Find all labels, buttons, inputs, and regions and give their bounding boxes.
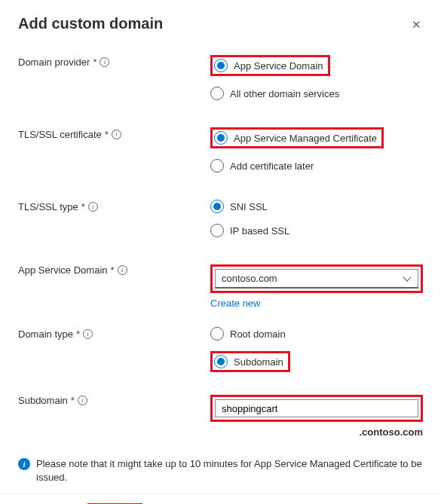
info-icon[interactable]: i bbox=[100, 57, 109, 67]
dropdown-value: contoso.com bbox=[222, 273, 277, 284]
radio-subdomain[interactable]: Subdomain bbox=[214, 355, 283, 368]
app-service-domain-label: App Service Domain bbox=[18, 264, 108, 276]
radio-add-certificate-later[interactable]: Add certificate later bbox=[210, 159, 423, 173]
required-indicator: * bbox=[93, 57, 96, 68]
info-icon[interactable]: i bbox=[83, 329, 93, 339]
highlight-box: App Service Domain bbox=[210, 55, 330, 76]
tls-type-label: TLS/SSL type bbox=[18, 201, 78, 212]
app-service-domain-dropdown[interactable]: contoso.com bbox=[215, 269, 418, 289]
required-indicator: * bbox=[111, 264, 115, 276]
domain-provider-label: Domain provider bbox=[18, 57, 90, 68]
panel-title: Add custom domain bbox=[18, 15, 163, 32]
highlight-box: App Service Managed Certificate bbox=[210, 127, 384, 148]
radio-label: Root domain bbox=[230, 328, 286, 340]
radio-root-domain[interactable]: Root domain bbox=[210, 327, 423, 341]
info-icon: i bbox=[18, 458, 30, 470]
radio-icon bbox=[210, 159, 224, 173]
radio-all-other-domain-services[interactable]: All other domain services bbox=[210, 87, 423, 100]
radio-label: All other domain services bbox=[230, 88, 339, 99]
radio-label: IP based SSL bbox=[230, 225, 289, 237]
radio-label: App Service Managed Certificate bbox=[234, 133, 377, 144]
required-indicator: * bbox=[81, 201, 85, 212]
radio-label: Add certificate later bbox=[230, 160, 314, 172]
subdomain-suffix: .contoso.com bbox=[210, 426, 423, 438]
domain-type-label: Domain type bbox=[18, 328, 73, 340]
highlight-box bbox=[210, 395, 423, 422]
required-indicator: * bbox=[105, 129, 109, 140]
chevron-down-icon bbox=[403, 274, 412, 283]
info-icon[interactable]: i bbox=[112, 130, 121, 139]
highlight-box: Subdomain bbox=[210, 351, 290, 372]
create-new-link[interactable]: Create new bbox=[210, 298, 260, 309]
info-icon[interactable]: i bbox=[118, 265, 127, 275]
close-icon[interactable]: ✕ bbox=[409, 18, 423, 32]
radio-icon bbox=[214, 59, 228, 72]
highlight-box: contoso.com bbox=[210, 264, 423, 293]
radio-icon bbox=[214, 355, 228, 368]
subdomain-input[interactable] bbox=[215, 399, 418, 417]
radio-icon bbox=[210, 200, 224, 213]
required-indicator: * bbox=[76, 328, 80, 340]
radio-icon bbox=[214, 131, 228, 145]
radio-label: App Service Domain bbox=[234, 60, 323, 72]
radio-icon bbox=[210, 87, 224, 100]
radio-app-service-managed-cert[interactable]: App Service Managed Certificate bbox=[214, 131, 377, 145]
info-icon[interactable]: i bbox=[88, 202, 98, 212]
tls-certificate-label: TLS/SSL certificate bbox=[18, 129, 102, 140]
radio-icon bbox=[210, 327, 224, 341]
radio-label: SNI SSL bbox=[230, 201, 268, 212]
radio-icon bbox=[210, 224, 224, 237]
info-message: Please note that it might take up to 10 … bbox=[36, 457, 423, 484]
subdomain-label: Subdomain bbox=[18, 395, 68, 406]
radio-ip-based-ssl[interactable]: IP based SSL bbox=[210, 224, 423, 237]
info-icon[interactable]: i bbox=[78, 396, 87, 405]
radio-app-service-domain[interactable]: App Service Domain bbox=[214, 59, 323, 72]
radio-label: Subdomain bbox=[234, 356, 283, 368]
radio-sni-ssl[interactable]: SNI SSL bbox=[210, 200, 423, 213]
required-indicator: * bbox=[71, 395, 75, 406]
